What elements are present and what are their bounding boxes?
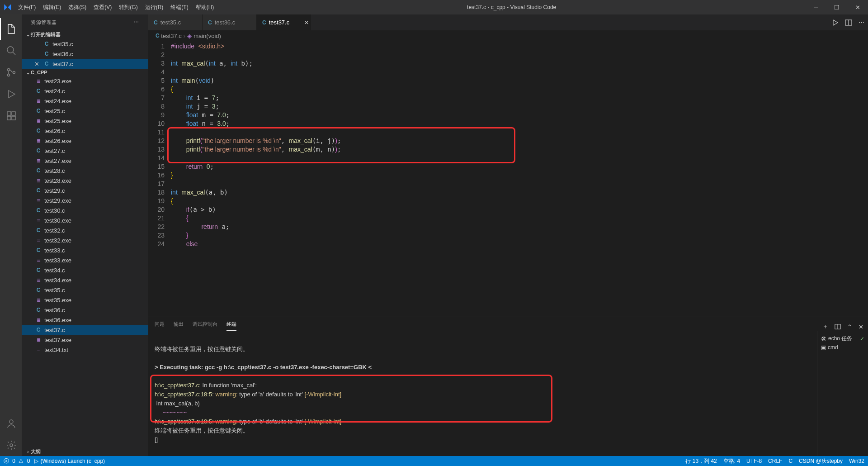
file-test25.exe[interactable]: ≣test25.exe [22, 116, 148, 126]
menu-2[interactable]: 选择(S) [65, 0, 90, 14]
menu-5[interactable]: 运行(R) [142, 0, 167, 14]
file-test30.c[interactable]: Ctest30.c [22, 205, 148, 215]
run-icon[interactable] [831, 19, 839, 26]
term-side-1[interactable]: ▣cmd [819, 343, 866, 352]
breadcrumb-file: test37.c [161, 33, 182, 39]
menu-6[interactable]: 终端(T) [167, 0, 192, 14]
explorer-tab[interactable] [0, 18, 22, 40]
window-title: test37.c - c_cpp - Visual Studio Code [217, 4, 806, 10]
sidebar-header: 资源管理器 ⋯ [22, 14, 148, 30]
sidebar-more-icon[interactable]: ⋯ [134, 19, 139, 25]
file-test32.exe[interactable]: ≣test32.exe [22, 235, 148, 245]
file-test27.c[interactable]: Ctest27.c [22, 146, 148, 156]
menu-1[interactable]: 编辑(E) [39, 0, 65, 14]
settings-gear-icon[interactable] [0, 434, 22, 456]
file-test26.c[interactable]: Ctest26.c [22, 126, 148, 136]
panel-tab-0[interactable]: 问题 [155, 321, 165, 331]
outline-label: 大纲 [31, 448, 41, 455]
tab-test37.c[interactable]: Ctest37.c✕ [257, 14, 311, 30]
svg-point-1 [8, 69, 10, 71]
more-editor-icon[interactable]: ⋯ [859, 19, 864, 26]
term-side-icon: ▣ [821, 344, 826, 351]
file-test37.c[interactable]: Ctest37.c [22, 325, 148, 335]
file-test35.exe[interactable]: ≣test35.exe [22, 295, 148, 305]
file-text34.txt[interactable]: ≡text34.txt [22, 345, 148, 355]
svg-point-3 [13, 71, 15, 74]
extensions-tab[interactable] [0, 105, 22, 127]
open-editor-test35.c[interactable]: Ctest35.c [22, 39, 148, 49]
file-test28.c[interactable]: Ctest28.c [22, 166, 148, 176]
maximize-button[interactable]: ❐ [826, 0, 847, 14]
open-editor-test36.c[interactable]: Ctest36.c [22, 49, 148, 59]
status-lang[interactable]: C [788, 458, 793, 464]
c-file-icon: C [156, 33, 160, 39]
svg-point-9 [10, 444, 13, 447]
editor-tabs: Ctest35.cCtest36.cCtest37.c✕ ⋯ [148, 14, 868, 30]
terminal-output[interactable]: 终端将被任务重用，按任意键关闭。 > Executing task: gcc -… [148, 331, 817, 456]
panel-new-icon[interactable]: ＋ [822, 323, 828, 331]
window-controls: ─ ❐ ✕ [806, 0, 868, 14]
term-side-0[interactable]: 🛠echo 任务✓ [819, 334, 866, 343]
file-test25.c[interactable]: Ctest25.c [22, 106, 148, 116]
svg-point-0 [7, 47, 14, 53]
open-editor-test37.c[interactable]: ✕Ctest37.c [22, 59, 148, 69]
panel-split-icon[interactable] [835, 323, 841, 330]
folder-section[interactable]: ⌄C_CPP [22, 69, 148, 76]
account-icon[interactable] [0, 413, 22, 434]
file-test26.exe[interactable]: ≣test26.exe [22, 136, 148, 146]
status-launch[interactable]: ▷ (Windows) Launch (c_cpp) [34, 458, 105, 464]
open-editors-section[interactable]: ⌄打开的编辑器 [22, 30, 148, 39]
panel-tab-2[interactable]: 调试控制台 [193, 321, 217, 331]
file-test28.exe[interactable]: ≣test28.exe [22, 176, 148, 185]
file-test34.c[interactable]: Ctest34.c [22, 265, 148, 275]
tab-test35.c[interactable]: Ctest35.c [148, 14, 203, 30]
status-eol[interactable]: CRLF [768, 458, 782, 464]
file-test37.exe[interactable]: ≣test37.exe [22, 335, 148, 345]
file-test24.c[interactable]: Ctest24.c [22, 86, 148, 96]
panel-tab-3[interactable]: 终端 [226, 321, 236, 331]
menu-0[interactable]: 文件(F) [14, 0, 39, 14]
panel-tab-1[interactable]: 输出 [174, 321, 184, 331]
term-warnb: type of 'b' defaults to 'int' [238, 418, 305, 425]
file-test34.exe[interactable]: ≣test34.exe [22, 275, 148, 285]
file-test27.exe[interactable]: ≣test27.exe [22, 156, 148, 166]
term-warn2: warning: [215, 418, 237, 425]
outline-section[interactable]: ›大纲 [22, 447, 148, 456]
close-button[interactable]: ✕ [847, 0, 868, 14]
status-notif[interactable]: CSDN @庆stepby [799, 457, 843, 465]
menu-7[interactable]: 帮助(H) [192, 0, 218, 14]
file-test29.c[interactable]: Ctest29.c [22, 185, 148, 195]
code-editor[interactable]: 123456789101112131415161718192021222324 … [148, 41, 868, 317]
file-test33.c[interactable]: Ctest33.c [22, 245, 148, 255]
panel-close-icon[interactable]: ✕ [859, 323, 863, 330]
file-test35.c[interactable]: Ctest35.c [22, 285, 148, 295]
status-errors[interactable]: ⓧ 0 ⚠ 0 [4, 457, 30, 465]
status-win32[interactable]: Win32 [849, 458, 864, 464]
minimap[interactable] [823, 41, 868, 317]
search-tab[interactable] [0, 40, 22, 62]
scm-tab[interactable] [0, 62, 22, 83]
breadcrumb[interactable]: C test37.c › ◈ main(void) [148, 30, 868, 41]
menu-3[interactable]: 查看(V) [90, 0, 115, 14]
file-test32.c[interactable]: Ctest32.c [22, 225, 148, 235]
status-pos[interactable]: 行 13，列 42 [685, 457, 717, 465]
file-test36.exe[interactable]: ≣test36.exe [22, 315, 148, 325]
file-test33.exe[interactable]: ≣test33.exe [22, 255, 148, 265]
term-reuse2: 终端将被任务重用，按任意键关闭。 [155, 427, 249, 434]
menu-4[interactable]: 转到(G) [115, 0, 141, 14]
file-test23.exe[interactable]: ≣test23.exe [22, 76, 148, 86]
status-enc[interactable]: UTF-8 [746, 458, 762, 464]
tab-test36.c[interactable]: Ctest36.c [203, 14, 257, 30]
svg-rect-7 [12, 116, 15, 120]
panel-max-icon[interactable]: ⌃ [847, 323, 852, 330]
file-test30.exe[interactable]: ≣test30.exe [22, 215, 148, 225]
split-editor-icon[interactable] [845, 19, 852, 26]
file-test36.c[interactable]: Ctest36.c [22, 305, 148, 315]
minimize-button[interactable]: ─ [806, 0, 826, 14]
run-debug-tab[interactable] [0, 83, 22, 105]
file-test29.exe[interactable]: ≣test29.exe [22, 195, 148, 205]
status-spaces[interactable]: 空格: 4 [723, 457, 740, 465]
app-logo-icon [0, 3, 14, 11]
file-test24.exe[interactable]: ≣test24.exe [22, 96, 148, 106]
code-content[interactable]: #include <stdio.h> int max_cal(int a, in… [171, 41, 823, 317]
